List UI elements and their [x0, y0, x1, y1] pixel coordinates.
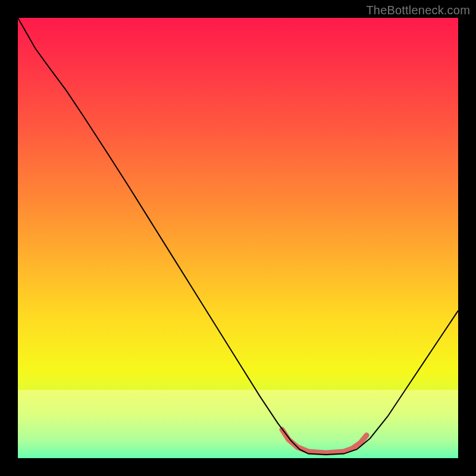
pale-band — [18, 390, 458, 458]
chart-svg — [18, 18, 458, 458]
watermark-text: TheBottleneck.com — [366, 4, 470, 17]
plot-area — [18, 18, 458, 458]
chart-frame: TheBottleneck.com — [0, 0, 476, 476]
